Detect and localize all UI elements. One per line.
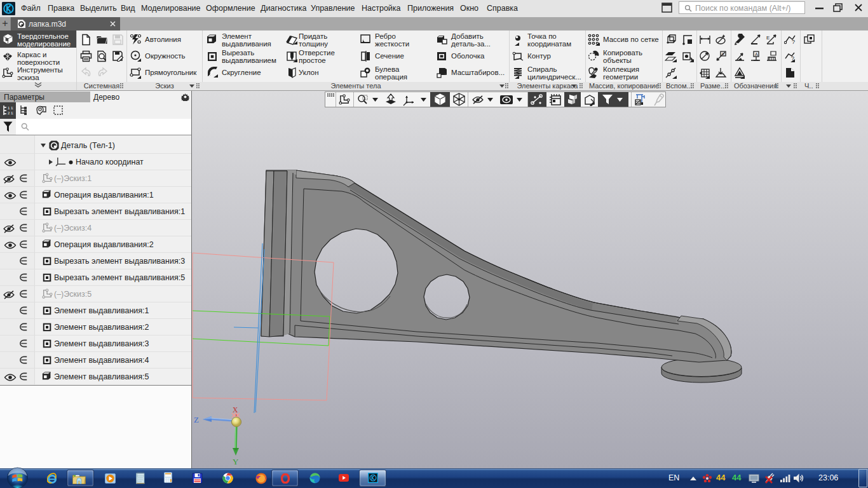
svg-text:A: A: [722, 52, 724, 56]
svg-text:1 11: 1 11: [8, 106, 13, 110]
svg-text:?: ?: [792, 39, 795, 45]
svg-text:X: X: [233, 406, 238, 414]
svg-text:A: A: [755, 52, 758, 57]
svg-text:Y: Y: [233, 457, 239, 466]
svg-text:E: E: [766, 35, 770, 41]
svg-text:2 12: 2 12: [8, 111, 13, 115]
svg-text:Z: Z: [194, 415, 199, 424]
